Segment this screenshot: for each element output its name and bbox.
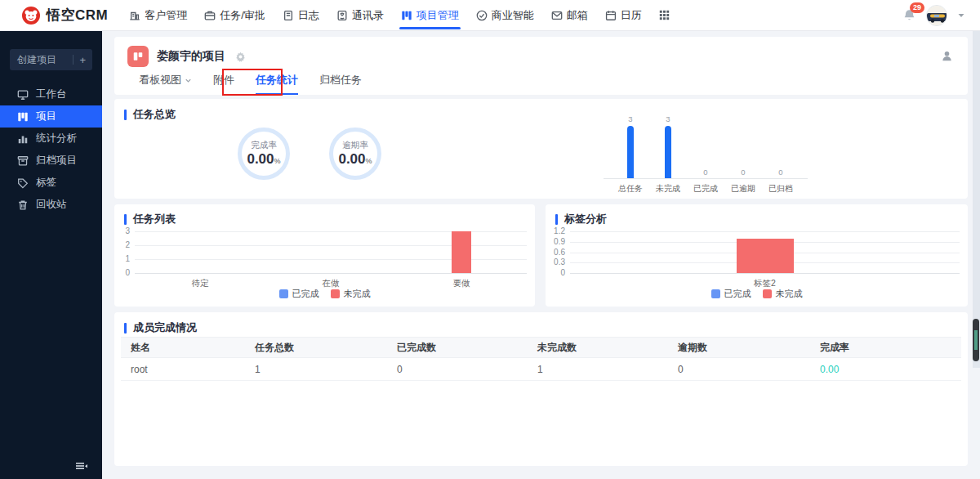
project-icon xyxy=(127,46,149,67)
sidebar-item-label: 项目 xyxy=(36,110,56,123)
nav-label: 项目管理 xyxy=(416,8,459,23)
tab-label: 任务统计 xyxy=(256,73,298,87)
legend-item[interactable]: 未完成 xyxy=(331,288,371,300)
task-overview-card: 任务总览 完成率 0.00% 逾期率 0.00% 3总任务3未完成0已完成0已逾… xyxy=(114,99,968,199)
main-navigation: 客户管理 任务/审批 日志 通讯录 项目管理 商业智能 xyxy=(127,0,671,30)
bar-value-label: 3 xyxy=(666,115,670,123)
y-axis-tick: 1 xyxy=(117,254,130,264)
briefcase-icon xyxy=(204,10,216,21)
nav-item-bi[interactable]: 商业智能 xyxy=(474,0,536,30)
overview-chart: 3总任务3未完成0已完成0已逾期0已归档 xyxy=(612,115,800,178)
task-list-card: 任务列表 0123待定在做要做 已完成未完成 xyxy=(114,204,535,307)
gridline xyxy=(570,231,960,232)
y-axis-tick: 0.6 xyxy=(547,248,565,257)
project-title: 娄颜宇的项目 xyxy=(157,49,225,64)
notifications-button[interactable]: 29 xyxy=(902,8,916,22)
nav-item-projects[interactable]: 项目管理 xyxy=(399,0,461,30)
cell-overdue: 0 xyxy=(668,364,810,375)
nav-item-contacts[interactable]: 通讯录 xyxy=(335,0,385,30)
project-header-card: 娄颜宇的项目 看板视图 附件 任务统计 归档任务 xyxy=(114,37,968,95)
col-name: 姓名 xyxy=(121,341,245,355)
monkey-logo-icon xyxy=(21,6,41,25)
overview-bar-group: 3未完成 xyxy=(649,115,687,178)
nav-label: 日志 xyxy=(298,8,319,23)
scrollbar-thumb[interactable] xyxy=(973,319,979,361)
tab-archived-tasks[interactable]: 归档任务 xyxy=(319,73,362,95)
project-settings-gear-icon[interactable] xyxy=(235,51,246,62)
scrollbar-track[interactable] xyxy=(973,31,980,368)
plus-icon[interactable]: + xyxy=(79,55,92,65)
sidebar-item-label: 归档项目 xyxy=(36,154,77,168)
sidebar-item-archived-projects[interactable]: 归档项目 xyxy=(0,150,102,172)
sidebar-menu: 工作台 项目 统计分析 归档项目 标签 回收站 xyxy=(0,83,102,216)
contacts-icon xyxy=(336,10,348,21)
create-project-button[interactable]: 创建项目 + xyxy=(10,49,92,70)
button-divider xyxy=(73,55,74,65)
user-menu-chevron-icon[interactable] xyxy=(957,11,965,20)
gauge-unit: % xyxy=(274,157,281,165)
journal-icon xyxy=(283,10,294,21)
tab-attachments[interactable]: 附件 xyxy=(213,73,234,95)
app-logo[interactable]: 悟空CRM xyxy=(21,6,108,25)
gauge-value: 0.00 xyxy=(247,151,274,167)
user-avatar[interactable] xyxy=(926,5,947,26)
bar xyxy=(737,239,794,274)
sidebar-item-workbench[interactable]: 工作台 xyxy=(0,83,102,105)
members-completion-card: 成员完成情况 姓名 任务总数 已完成数 未完成数 逾期数 完成率 root 1 … xyxy=(114,312,968,466)
mail-icon xyxy=(551,10,563,21)
topbar-right: 29 xyxy=(902,5,965,26)
y-axis-tick: 0.9 xyxy=(547,237,565,247)
sidebar-item-label: 工作台 xyxy=(36,87,67,101)
legend-item[interactable]: 未完成 xyxy=(763,288,803,300)
nav-item-journal[interactable]: 日志 xyxy=(281,0,321,30)
notification-badge: 29 xyxy=(910,2,924,13)
y-axis-tick: 1.2 xyxy=(547,226,565,236)
table-header-row: 姓名 任务总数 已完成数 未完成数 逾期数 完成率 xyxy=(121,337,961,358)
topbar: 悟空CRM 客户管理 任务/审批 日志 通讯录 项目管理 xyxy=(0,0,980,31)
kanban-icon xyxy=(17,111,29,123)
gridline xyxy=(135,273,527,274)
y-axis-tick: 3 xyxy=(117,226,130,236)
sidebar-item-recycle-bin[interactable]: 回收站 xyxy=(0,194,102,216)
plot-area: 标签2 xyxy=(570,231,960,273)
nav-item-tasks[interactable]: 任务/审批 xyxy=(203,0,267,30)
nav-item-mail[interactable]: 邮箱 xyxy=(550,0,590,30)
tag-analysis-card: 标签分析 00.30.60.91.2标签2 已完成未完成 xyxy=(546,204,968,307)
nav-item-calendar[interactable]: 日历 xyxy=(604,0,644,30)
legend-item[interactable]: 已完成 xyxy=(711,288,751,300)
gridline xyxy=(570,273,960,274)
members-table: 姓名 任务总数 已完成数 未完成数 逾期数 完成率 root 1 0 1 0 0… xyxy=(121,337,961,381)
y-axis-tick: 0.3 xyxy=(547,257,565,267)
sidebar-item-label: 标签 xyxy=(36,176,56,190)
legend-item[interactable]: 已完成 xyxy=(279,288,319,300)
tab-label: 看板视图 xyxy=(139,73,181,87)
plot-area: 待定在做要做 xyxy=(135,231,527,273)
tab-task-statistics[interactable]: 任务统计 xyxy=(256,73,298,95)
gauge-label: 完成率 xyxy=(251,140,277,151)
nav-label: 邮箱 xyxy=(567,8,588,23)
sidebar-item-projects[interactable]: 项目 xyxy=(0,105,102,128)
col-overdue: 逾期数 xyxy=(668,341,810,355)
sidebar-item-statistics[interactable]: 统计分析 xyxy=(0,128,102,150)
archive-icon xyxy=(17,155,29,167)
apps-grid-button[interactable] xyxy=(657,0,671,30)
nav-item-customers[interactable]: 客户管理 xyxy=(127,0,189,30)
task-list-chart: 0123待定在做要做 xyxy=(117,231,527,293)
bar-chart-icon xyxy=(17,133,29,145)
section-title-tag-analysis: 标签分析 xyxy=(555,212,607,226)
collapse-sidebar-icon[interactable] xyxy=(75,460,88,472)
kanban-icon xyxy=(401,10,412,21)
nav-label: 客户管理 xyxy=(145,8,187,23)
cell-undone: 1 xyxy=(528,364,668,375)
table-row[interactable]: root 1 0 1 0 0.00 xyxy=(121,358,961,381)
cell-rate: 0.00 xyxy=(810,364,961,375)
overview-bar-group: 3总任务 xyxy=(612,115,649,178)
project-members-icon[interactable] xyxy=(941,50,953,62)
task-list-legend: 已完成未完成 xyxy=(114,288,535,300)
col-undone: 未完成数 xyxy=(528,341,668,355)
gauge-value: 0.00 xyxy=(338,151,365,167)
tag-analysis-legend: 已完成未完成 xyxy=(546,288,968,300)
tab-board-view[interactable]: 看板视图 xyxy=(139,73,192,95)
bar xyxy=(665,126,671,179)
sidebar-item-tags[interactable]: 标签 xyxy=(0,172,102,194)
